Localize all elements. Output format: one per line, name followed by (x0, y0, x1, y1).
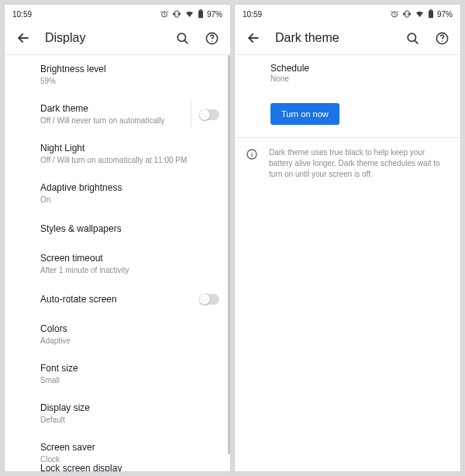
schedule-label: Schedule (270, 63, 425, 74)
svg-rect-3 (199, 9, 202, 11)
phone-left: 10:59 97% Display (5, 5, 230, 471)
search-icon[interactable] (173, 29, 191, 47)
help-icon[interactable] (432, 29, 451, 47)
status-time: 10:59 (243, 10, 262, 19)
setting-subtitle: Default (40, 415, 195, 426)
wifi-icon (415, 9, 425, 19)
status-icons: 97% (160, 9, 222, 19)
svg-rect-8 (405, 11, 408, 17)
status-bar: 10:59 97% (235, 5, 460, 22)
setting-title: Colors (40, 323, 195, 335)
setting-item[interactable]: Auto-rotate screen (5, 284, 230, 315)
setting-subtitle: After 1 minute of inactivity (40, 265, 195, 276)
setting-subtitle: Off / Will turn on automatically at 11:0… (40, 155, 195, 166)
settings-list[interactable]: Brightness level59%Dark themeOff / Will … (5, 55, 230, 471)
setting-title: Display size (40, 402, 195, 414)
back-icon[interactable] (244, 29, 263, 47)
svg-point-13 (441, 40, 442, 41)
setting-title: Auto-rotate screen (40, 293, 195, 305)
info-text: Dark theme uses true black to help keep … (269, 147, 445, 180)
help-icon[interactable] (202, 29, 221, 47)
setting-item[interactable]: Font sizeSmall (5, 354, 230, 394)
svg-point-16 (251, 152, 252, 153)
setting-title: Screen timeout (40, 252, 195, 264)
alarm-icon (390, 9, 399, 19)
search-icon[interactable] (403, 29, 422, 47)
setting-title: Screen saver (40, 441, 195, 454)
dark-theme-body: Schedule None Turn on now Dark theme use… (235, 55, 460, 471)
setting-item[interactable]: Night LightOff / Will turn on automatica… (5, 134, 230, 174)
setting-item[interactable]: Screen timeoutAfter 1 minute of inactivi… (5, 244, 230, 284)
phone-right: 10:59 97% Dark theme (235, 5, 460, 471)
setting-title: Brightness level (40, 63, 195, 75)
back-icon[interactable] (14, 29, 33, 47)
svg-rect-10 (429, 9, 432, 11)
scroll-indicator[interactable] (228, 55, 230, 454)
appbar: Display (5, 22, 230, 55)
setting-item[interactable]: Display sizeDefault (5, 394, 230, 433)
setting-subtitle: Adaptive (40, 336, 195, 347)
screenshot-pair: 10:59 97% Display (0, 0, 465, 476)
setting-subtitle: On (40, 195, 195, 205)
setting-subtitle: Off / Will never turn on automatically (40, 116, 195, 126)
info-icon (246, 148, 258, 180)
setting-item[interactable]: Dark themeOff / Will never turn on autom… (5, 95, 230, 134)
svg-point-6 (211, 40, 212, 41)
toggle-switch[interactable] (199, 109, 219, 120)
setting-subtitle: 59% (40, 76, 195, 87)
page-title: Display (45, 31, 173, 45)
settings-body: Brightness level59%Dark themeOff / Will … (5, 55, 230, 471)
setting-item[interactable]: ColorsAdaptive (5, 315, 230, 354)
setting-item[interactable]: Styles & wallpapers (5, 213, 230, 244)
setting-title: Font size (40, 362, 195, 374)
alarm-icon (160, 9, 169, 19)
schedule-value: None (270, 74, 425, 83)
setting-title: Adaptive brightness (40, 181, 195, 194)
setting-item[interactable]: Brightness level59% (5, 55, 230, 95)
svg-rect-9 (429, 11, 433, 19)
schedule-item[interactable]: Schedule None (235, 55, 460, 91)
status-battery-pct: 97% (437, 10, 453, 19)
toggle-switch[interactable] (199, 294, 219, 305)
setting-title: Lock screen display (5, 457, 230, 471)
setting-title: Dark theme (40, 102, 195, 115)
vibrate-icon (402, 9, 412, 19)
setting-title: Styles & wallpapers (40, 222, 195, 235)
setting-subtitle: Small (40, 375, 195, 386)
toggle-separator (191, 101, 191, 128)
appbar: Dark theme (235, 22, 460, 55)
cutoff-item[interactable]: Lock screen display (5, 457, 230, 471)
wifi-icon (184, 9, 195, 19)
status-bar: 10:59 97% (5, 5, 230, 22)
page-title: Dark theme (275, 31, 403, 45)
battery-icon (198, 9, 204, 19)
status-battery-pct: 97% (207, 10, 222, 19)
vibrate-icon (172, 9, 181, 19)
svg-rect-1 (175, 11, 178, 17)
battery-icon (428, 9, 434, 19)
svg-rect-2 (198, 11, 203, 19)
setting-title: Night Light (40, 142, 195, 154)
status-time: 10:59 (12, 10, 32, 19)
setting-item[interactable]: Adaptive brightnessOn (5, 174, 230, 213)
info-row: Dark theme uses true black to help keep … (235, 138, 460, 180)
status-icons: 97% (390, 9, 453, 19)
turn-on-button[interactable]: Turn on now (270, 103, 339, 125)
